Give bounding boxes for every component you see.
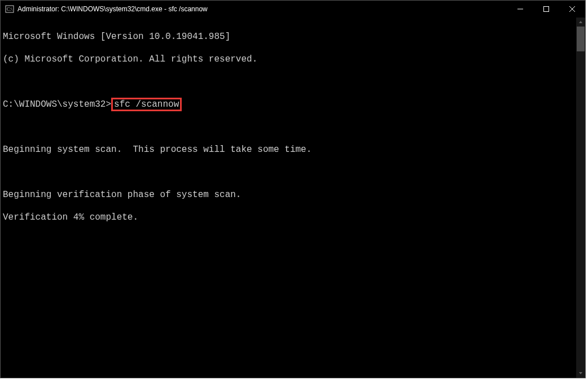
cmd-icon: C:\ <box>5 5 14 14</box>
minimize-button[interactable] <box>507 1 533 18</box>
content-area: Microsoft Windows [Version 10.0.19041.98… <box>1 18 585 378</box>
scroll-up-arrow-icon[interactable] <box>576 18 585 27</box>
window-controls <box>507 1 585 17</box>
vertical-scrollbar[interactable] <box>576 18 585 378</box>
terminal-output[interactable]: Microsoft Windows [Version 10.0.19041.98… <box>1 18 576 378</box>
scroll-down-arrow-icon[interactable] <box>576 369 585 378</box>
output-blank <box>3 167 576 178</box>
output-line: Beginning system scan. This process will… <box>3 144 576 155</box>
cmd-window: C:\ Administrator: C:\WINDOWS\system32\c… <box>0 0 586 378</box>
scroll-thumb[interactable] <box>577 27 585 51</box>
output-blank <box>3 76 576 88</box>
scroll-track[interactable] <box>576 27 585 369</box>
prompt-path: C:\WINDOWS\system32> <box>3 99 111 110</box>
svg-marker-7 <box>579 372 582 374</box>
command-highlight: sfc /scannow <box>111 98 182 111</box>
svg-marker-6 <box>579 21 582 23</box>
svg-rect-3 <box>544 7 549 12</box>
window-title: Administrator: C:\WINDOWS\system32\cmd.e… <box>17 5 507 13</box>
titlebar[interactable]: C:\ Administrator: C:\WINDOWS\system32\c… <box>1 1 585 18</box>
svg-text:C:\: C:\ <box>7 7 13 12</box>
output-line: Verification 4% complete. <box>3 212 576 223</box>
maximize-button[interactable] <box>533 1 559 18</box>
output-line: Microsoft Windows [Version 10.0.19041.98… <box>3 31 576 42</box>
output-blank <box>3 121 576 133</box>
output-line: (c) Microsoft Corporation. All rights re… <box>3 54 576 65</box>
prompt-line: C:\WINDOWS\system32>sfc /scannow <box>3 99 576 110</box>
close-button[interactable] <box>559 1 585 18</box>
output-line: Beginning verification phase of system s… <box>3 189 576 200</box>
